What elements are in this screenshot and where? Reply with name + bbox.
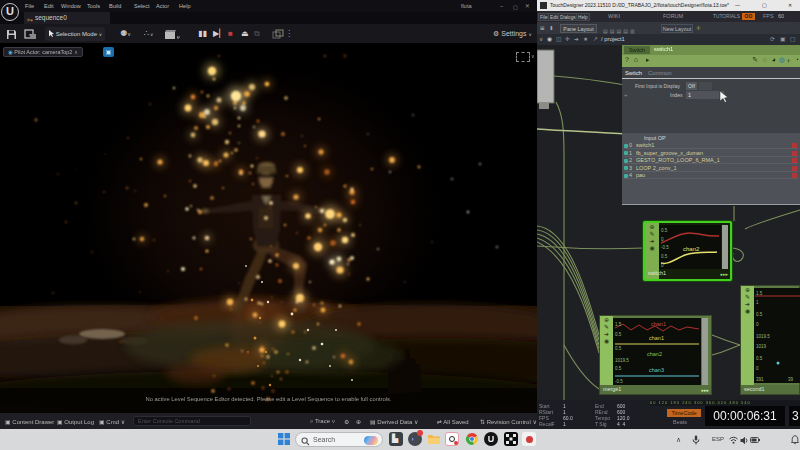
svg-text:chan2: chan2 [683, 246, 700, 252]
svg-text:1019: 1019 [756, 344, 767, 349]
svg-text:1019.5: 1019.5 [756, 334, 770, 339]
svg-text:0: 0 [756, 322, 759, 327]
svg-text:0: 0 [756, 366, 759, 371]
svg-text:0.5: 0.5 [615, 366, 622, 371]
svg-text:1: 1 [756, 300, 759, 305]
svg-text:0.5: 0.5 [615, 346, 622, 351]
svg-text:chan2: chan2 [647, 351, 662, 357]
svg-text:0.5: 0.5 [615, 332, 622, 337]
svg-text:1019.5: 1019.5 [615, 358, 629, 363]
svg-text:-0.5: -0.5 [615, 379, 623, 384]
svg-text:chan1: chan1 [651, 321, 666, 327]
svg-text:chan1: chan1 [649, 335, 664, 341]
svg-text:1.5: 1.5 [615, 322, 622, 327]
svg-text:0.5: 0.5 [756, 356, 763, 361]
svg-text:1.5: 1.5 [756, 291, 763, 296]
svg-text:0.5: 0.5 [756, 312, 763, 317]
svg-text:chan3: chan3 [649, 367, 664, 373]
svg-text:0.5: 0.5 [661, 254, 668, 259]
svg-text:391: 391 [756, 377, 764, 382]
svg-text:39: 39 [788, 377, 794, 382]
svg-text:0.5: 0.5 [661, 228, 668, 233]
svg-text:-0.5: -0.5 [661, 245, 669, 250]
